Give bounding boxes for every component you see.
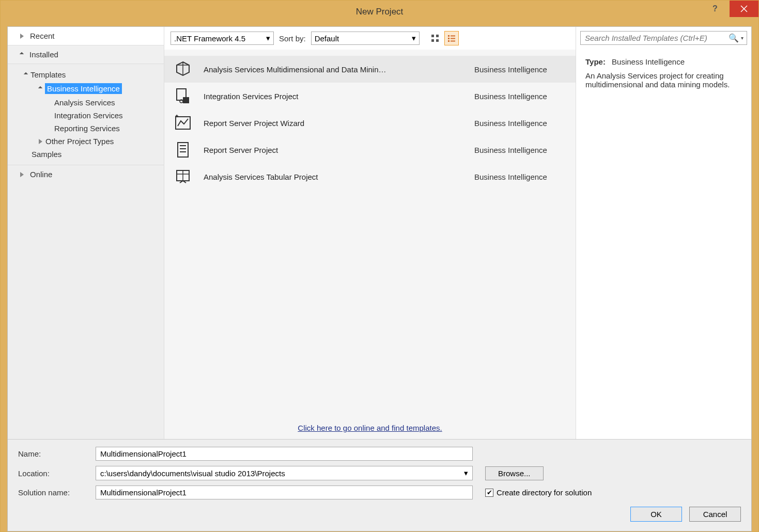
svg-rect-8	[448, 38, 450, 39]
svg-rect-11	[451, 41, 455, 42]
tree-templates[interactable]: Templates	[8, 68, 164, 81]
search-input[interactable]	[584, 33, 726, 43]
tree-integration-services[interactable]: Integration Services	[8, 109, 164, 122]
bottom-form: Name: Location: c:\users\dandy\documents…	[8, 439, 751, 531]
grid-icon	[431, 34, 439, 42]
svg-rect-6	[448, 35, 450, 37]
expand-icon	[20, 34, 24, 39]
svg-rect-4	[431, 39, 434, 42]
cube-icon	[173, 59, 193, 80]
create-directory-checkbox[interactable]: ✔	[485, 489, 493, 497]
template-row[interactable]: Integration Services Project Business In…	[164, 83, 576, 109]
tree-business-intelligence[interactable]: Business Intelligence	[8, 81, 164, 96]
svg-rect-20	[178, 143, 188, 157]
description-text: An Analysis Services project for creatin…	[585, 71, 742, 89]
template-description: Type: Business Intelligence An Analysis …	[576, 49, 751, 97]
template-panel: .NET Framework 4.5 ▾ Sort by: Default ▾	[164, 27, 576, 439]
expand-icon	[39, 139, 42, 144]
template-list: Analysis Services Multidimensional and D…	[164, 50, 576, 417]
search-box[interactable]: 🔍 ▾	[580, 31, 747, 45]
expand-icon	[20, 172, 24, 177]
svg-rect-10	[448, 40, 450, 42]
templates-tree: Templates Business Intelligence Analysis…	[8, 64, 164, 165]
close-icon	[740, 5, 748, 12]
svg-rect-5	[436, 39, 439, 42]
type-label: Type:	[585, 57, 606, 66]
sortby-label: Sort by:	[279, 34, 306, 43]
browse-button[interactable]: Browse...	[485, 466, 544, 480]
name-input[interactable]	[96, 447, 473, 461]
chevron-down-icon: ▾	[266, 34, 270, 43]
type-value: Business Intelligence	[612, 57, 685, 66]
report-icon	[173, 139, 193, 160]
tree-analysis-services[interactable]: Analysis Services	[8, 96, 164, 109]
list-icon	[447, 34, 456, 42]
name-label: Name:	[18, 449, 96, 458]
titlebar: New Project ?	[1, 1, 758, 23]
template-row[interactable]: Analysis Services Multidimensional and D…	[164, 56, 576, 83]
tree-samples[interactable]: Samples	[8, 148, 164, 161]
details-panel: 🔍 ▾ Type: Business Intelligence An Analy…	[576, 27, 751, 439]
svg-rect-9	[451, 38, 455, 39]
toolbar: .NET Framework 4.5 ▾ Sort by: Default ▾	[164, 27, 576, 50]
chevron-down-icon[interactable]: ▾	[741, 35, 743, 41]
svg-rect-16	[183, 97, 189, 103]
package-icon	[173, 86, 193, 106]
collapse-icon	[38, 86, 42, 90]
template-row[interactable]: Analysis Services Tabular Project Busine…	[164, 163, 576, 190]
tabular-icon	[173, 166, 193, 187]
view-small-icons-button[interactable]	[444, 31, 459, 45]
sidebar-installed[interactable]: Installed	[8, 45, 164, 64]
tree-reporting-services[interactable]: Reporting Services	[8, 122, 164, 135]
close-button[interactable]	[730, 1, 758, 17]
collapse-icon	[20, 52, 24, 56]
svg-rect-3	[436, 35, 439, 37]
chevron-down-icon: ▾	[412, 34, 416, 43]
svg-text:✦: ✦	[175, 114, 179, 119]
location-label: Location:	[18, 469, 96, 478]
template-row[interactable]: Report Server Project Business Intellige…	[164, 136, 576, 163]
help-button[interactable]: ?	[701, 1, 730, 17]
new-project-dialog: New Project ? Recent Installed	[0, 0, 759, 532]
window-title: New Project	[356, 7, 404, 17]
solution-name-label: Solution name:	[18, 488, 96, 497]
ok-button[interactable]: OK	[630, 507, 682, 522]
online-templates-link[interactable]: Click here to go online and find templat…	[164, 417, 576, 439]
search-icon[interactable]: 🔍	[729, 33, 739, 43]
tree-other-project-types[interactable]: Other Project Types	[8, 135, 164, 148]
view-medium-icons-button[interactable]	[428, 31, 442, 45]
create-directory-label: Create directory for solution	[497, 488, 592, 497]
cancel-button[interactable]: Cancel	[689, 507, 741, 522]
location-input[interactable]: c:\users\dandy\documents\visual studio 2…	[96, 466, 473, 480]
sidebar-online[interactable]: Online	[8, 165, 164, 183]
chart-wizard-icon: ✦	[173, 113, 193, 133]
solution-name-input[interactable]	[96, 486, 473, 499]
svg-rect-7	[451, 36, 455, 37]
chevron-down-icon: ▾	[464, 468, 468, 478]
collapse-icon	[24, 72, 28, 76]
sidebar-recent[interactable]: Recent	[8, 27, 164, 45]
framework-dropdown[interactable]: .NET Framework 4.5 ▾	[171, 32, 274, 45]
svg-rect-2	[431, 35, 434, 37]
sortby-dropdown[interactable]: Default ▾	[311, 32, 420, 45]
template-row[interactable]: ✦ Report Server Project Wizard Business …	[164, 109, 576, 136]
sidebar: Recent Installed Templates Busines	[8, 27, 164, 439]
